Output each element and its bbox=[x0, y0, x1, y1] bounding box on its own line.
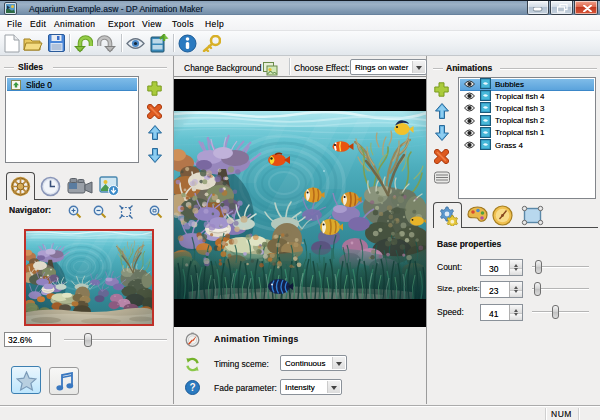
svg-text:?: ? bbox=[189, 382, 195, 393]
